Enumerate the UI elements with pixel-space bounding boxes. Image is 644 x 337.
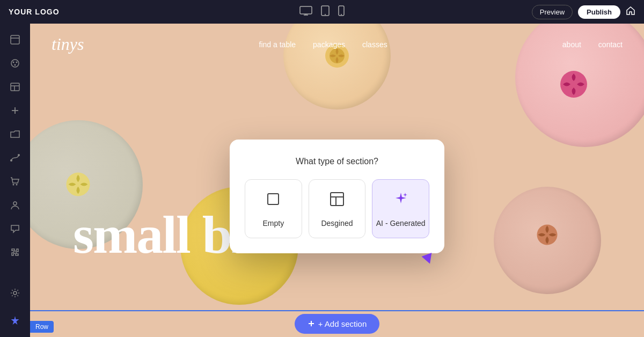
svg-point-20 <box>13 184 14 186</box>
preview-button[interactable]: Preview <box>532 5 573 19</box>
nav-classes[interactable]: classes <box>362 40 387 49</box>
svg-rect-33 <box>331 193 343 206</box>
nav-contact[interactable]: contact <box>598 40 623 49</box>
mobile-icon[interactable] <box>338 5 345 19</box>
modal-option-empty[interactable]: Empty <box>245 179 302 238</box>
sidebar-add-icon[interactable] <box>5 101 25 120</box>
designed-label: Desgined <box>321 219 353 228</box>
site-logo: tinys <box>52 34 84 54</box>
ai-generated-label: AI - Generated <box>376 219 426 228</box>
modal-title: What type of section? <box>245 157 429 166</box>
canvas-area: tinys find a table packages classes abou… <box>30 24 644 337</box>
modal-options: Empty Desgined <box>245 179 429 238</box>
svg-point-23 <box>13 291 17 295</box>
ai-sparkle-icon <box>392 191 409 211</box>
sidebar-settings-icon[interactable] <box>5 283 25 303</box>
sidebar-layers-icon[interactable] <box>5 30 25 49</box>
svg-point-19 <box>18 154 20 156</box>
app-logo: YOUR LOGO <box>9 8 60 16</box>
top-bar: YOUR LOGO Preview Publish <box>0 0 644 24</box>
svg-point-12 <box>14 64 16 66</box>
sidebar-palette-icon[interactable] <box>5 54 25 73</box>
sidebar-puzzle-icon[interactable] <box>5 243 25 262</box>
svg-rect-13 <box>11 83 19 91</box>
modal-option-ai[interactable]: AI - Generated <box>372 179 429 238</box>
empty-label: Empty <box>262 219 284 228</box>
website-preview: tinys find a table packages classes abou… <box>30 24 644 337</box>
svg-rect-0 <box>300 6 312 14</box>
svg-point-9 <box>11 60 19 67</box>
sidebar-folder-icon[interactable] <box>5 124 25 144</box>
add-section-bar: + Add section <box>30 310 644 337</box>
site-nav: tinys find a table packages classes abou… <box>30 24 644 65</box>
section-type-modal: What type of section? Empty <box>230 140 444 253</box>
add-section-label: + Add section <box>318 319 367 328</box>
svg-point-18 <box>10 159 12 162</box>
sidebar-ai-icon[interactable] <box>5 311 25 331</box>
sidebar-template-icon[interactable] <box>5 77 25 97</box>
top-bar-actions: Preview Publish <box>532 5 635 19</box>
home-icon[interactable] <box>626 6 635 18</box>
sidebar-person-icon[interactable] <box>5 195 25 215</box>
empty-icon <box>265 191 282 211</box>
modal-option-designed[interactable]: Desgined <box>309 179 366 238</box>
nav-packages[interactable]: packages <box>313 40 345 49</box>
site-nav-right: about contact <box>562 40 623 49</box>
designed-icon <box>328 191 346 211</box>
sidebar-cart-icon[interactable] <box>5 172 25 191</box>
publish-button[interactable]: Publish <box>578 5 620 19</box>
device-switcher <box>299 5 345 19</box>
svg-point-10 <box>13 62 14 63</box>
tablet-icon[interactable] <box>321 5 330 19</box>
nav-find-table[interactable]: find a table <box>259 40 296 49</box>
svg-rect-7 <box>11 35 19 44</box>
site-nav-links: find a table packages classes <box>259 40 387 49</box>
svg-point-22 <box>13 202 17 205</box>
svg-point-4 <box>325 14 326 15</box>
svg-point-21 <box>16 184 18 186</box>
main-layout: tinys find a table packages classes abou… <box>0 24 644 337</box>
svg-point-11 <box>16 62 18 63</box>
add-section-button[interactable]: + Add section <box>295 314 379 334</box>
svg-point-6 <box>341 14 342 15</box>
sidebar-path-icon[interactable] <box>5 148 25 167</box>
svg-rect-32 <box>268 194 279 204</box>
nav-about[interactable]: about <box>562 40 581 49</box>
sidebar-chat-icon[interactable] <box>5 219 25 238</box>
sidebar <box>0 24 30 337</box>
desktop-icon[interactable] <box>299 6 312 18</box>
